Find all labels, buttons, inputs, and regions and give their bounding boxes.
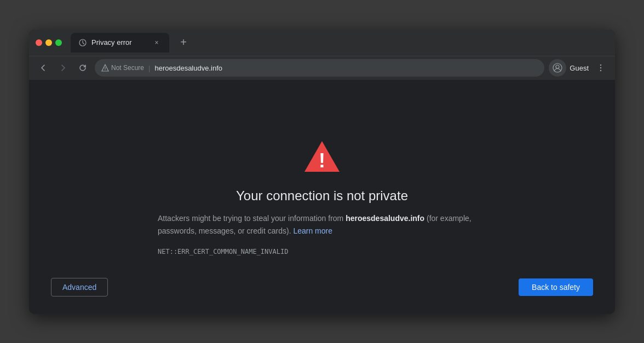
tab-title: Privacy error bbox=[91, 38, 147, 46]
svg-point-3 bbox=[556, 65, 559, 68]
error-container: ! Your connection is not private Attacke… bbox=[158, 138, 486, 255]
profile-label: Guest bbox=[570, 64, 589, 72]
svg-point-6 bbox=[600, 70, 601, 71]
svg-text:!: ! bbox=[319, 149, 325, 172]
minimize-window-button[interactable] bbox=[45, 39, 52, 46]
address-bar: Not Secure | heroesdesaludve.info Guest bbox=[29, 56, 615, 80]
new-tab-button[interactable]: + bbox=[176, 35, 191, 50]
profile-button[interactable] bbox=[549, 59, 566, 77]
error-title: Your connection is not private bbox=[236, 188, 408, 204]
browser-window: Privacy error × + bbox=[29, 30, 615, 314]
tab-favicon bbox=[78, 38, 87, 47]
address-separator: | bbox=[148, 64, 150, 72]
svg-point-4 bbox=[600, 65, 601, 66]
not-secure-label: Not Secure bbox=[111, 64, 144, 72]
url-display: heroesdesaludve.info bbox=[154, 64, 538, 72]
profile-area: Guest bbox=[549, 59, 589, 77]
warning-triangle-icon: ! bbox=[302, 138, 342, 177]
traffic-lights bbox=[36, 39, 62, 46]
reload-button[interactable] bbox=[75, 60, 90, 75]
description-prefix: Attackers might be trying to steal your … bbox=[158, 214, 346, 223]
page-content: ! Your connection is not private Attacke… bbox=[29, 80, 615, 314]
back-button[interactable] bbox=[36, 60, 51, 75]
menu-button[interactable] bbox=[593, 60, 608, 75]
advanced-button[interactable]: Advanced bbox=[51, 278, 108, 297]
back-to-safety-button[interactable]: Back to safety bbox=[519, 278, 593, 296]
svg-point-5 bbox=[600, 67, 601, 68]
maximize-window-button[interactable] bbox=[55, 39, 62, 46]
address-input[interactable]: Not Secure | heroesdesaludve.info bbox=[95, 59, 544, 77]
browser-tab[interactable]: Privacy error × bbox=[71, 33, 169, 53]
buttons-row: Advanced Back to safety bbox=[29, 278, 615, 297]
error-domain: heroesdesaludve.info bbox=[346, 214, 424, 223]
tab-close-button[interactable]: × bbox=[152, 38, 162, 48]
title-bar: Privacy error × + bbox=[29, 30, 615, 56]
error-code: NET::ERR_CERT_COMMON_NAME_INVALID bbox=[158, 248, 288, 255]
forward-button[interactable] bbox=[55, 60, 71, 75]
not-secure-indicator: Not Secure bbox=[101, 64, 144, 72]
svg-point-1 bbox=[105, 69, 105, 70]
close-window-button[interactable] bbox=[36, 39, 42, 46]
learn-more-link[interactable]: Learn more bbox=[293, 226, 332, 235]
error-description: Attackers might be trying to steal your … bbox=[158, 212, 486, 237]
